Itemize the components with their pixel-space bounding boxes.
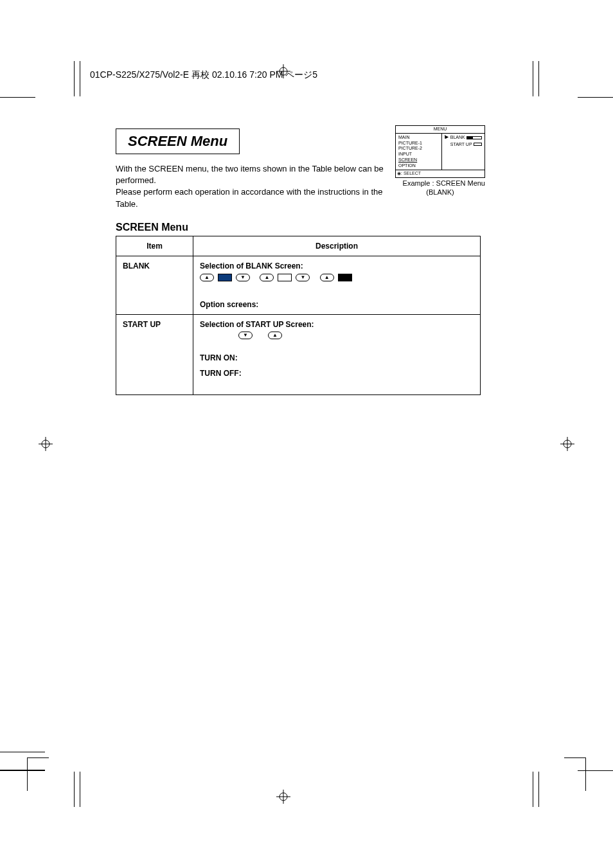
- osd-left-item: OPTION: [398, 163, 439, 169]
- osd-value-bar: [474, 143, 482, 146]
- osd-value-bar: [466, 136, 482, 139]
- intro-line-2: Please perform each operation in accorda…: [116, 186, 386, 209]
- registration-mark-left: [39, 437, 53, 451]
- table-row: START UP Selection of START UP Screen: ▼…: [116, 314, 481, 394]
- col-item: Item: [116, 236, 193, 256]
- osd-example: MENU MAIN PICTURE-1 PICTURE-2 INPUT SCRE…: [395, 125, 485, 196]
- section-title-box: SCREEN Menu: [116, 128, 240, 154]
- desc-blank: Selection of BLANK Screen: ▲ ▼ ▲ ▼ ▲ Opt…: [193, 256, 481, 314]
- osd-select-hint: ◉: SELECT: [396, 170, 484, 177]
- item-startup: START UP: [116, 314, 193, 394]
- turn-off-label: TURN OFF:: [200, 369, 474, 378]
- startup-selection-heading: Selection of START UP Screen:: [200, 320, 474, 329]
- table-heading: SCREEN Menu: [116, 222, 488, 233]
- osd-right-item: BLANK: [450, 135, 465, 141]
- down-button-icon: ▼: [238, 332, 253, 339]
- up-button-icon: ▲: [260, 274, 274, 281]
- osd-left-item: PICTURE-1: [398, 141, 439, 146]
- screen-menu-table: Item Description BLANK Selection of BLAN…: [116, 236, 481, 395]
- registration-mark-right: [560, 437, 574, 451]
- down-button-icon: ▼: [236, 274, 250, 281]
- option-screens-label: Option screens:: [200, 300, 474, 309]
- osd-caption-line2: (BLANK): [395, 188, 485, 196]
- up-button-icon: ▲: [320, 274, 334, 281]
- osd-caption-line1: Example : SCREEN Menu: [395, 179, 485, 187]
- corner-bracket-br: [564, 757, 586, 791]
- osd-left-column: MAIN PICTURE-1 PICTURE-2 INPUT SCREEN OP…: [396, 134, 442, 170]
- white-swatch: [278, 274, 292, 281]
- osd-left-item: INPUT: [398, 152, 439, 157]
- osd-cursor-icon: ⯈: [445, 135, 449, 141]
- registration-mark-bottom: [276, 790, 290, 804]
- black-swatch: [338, 274, 352, 281]
- osd-left-item: MAIN: [398, 135, 439, 141]
- up-button-icon: ▲: [268, 332, 282, 339]
- desc-startup: Selection of START UP Screen: ▼ ▲ TURN O…: [193, 314, 481, 394]
- running-header: 01CP-S225/X275/Vol2-E 再校 02.10.16 7:20 P…: [90, 69, 317, 81]
- intro-line-1: With the SCREEN menu, the two items show…: [116, 163, 386, 186]
- col-description: Description: [193, 236, 481, 256]
- turn-on-label: TURN ON:: [200, 353, 474, 362]
- blank-icon-sequence: ▲ ▼ ▲ ▼ ▲: [200, 273, 474, 282]
- osd-right-item: START UP: [450, 142, 472, 148]
- down-button-icon: ▼: [296, 274, 310, 281]
- item-blank: BLANK: [116, 256, 193, 314]
- table-row: BLANK Selection of BLANK Screen: ▲ ▼ ▲ ▼…: [116, 256, 481, 314]
- blank-selection-heading: Selection of BLANK Screen:: [200, 261, 474, 270]
- up-button-icon: ▲: [200, 274, 214, 281]
- corner-bracket-bl: [27, 757, 49, 791]
- osd-left-item-selected: SCREEN: [398, 157, 439, 163]
- osd-menu-title: MENU: [396, 126, 484, 134]
- blue-swatch: [218, 274, 232, 281]
- section-title: SCREEN Menu: [128, 133, 227, 149]
- osd-left-item: PICTURE-2: [398, 146, 439, 152]
- osd-right-column: ⯈ BLANK START UP: [442, 134, 484, 170]
